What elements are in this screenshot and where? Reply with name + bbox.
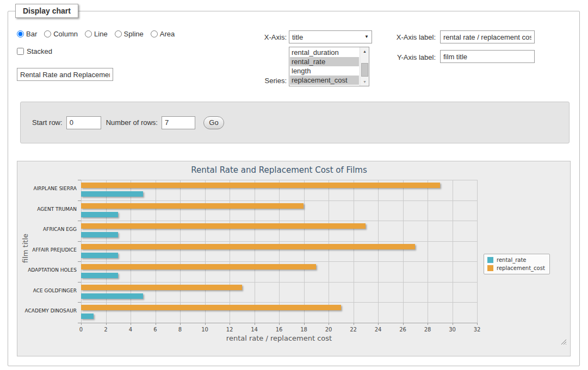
bar-replacement_cost (81, 244, 415, 249)
chart-title-input[interactable] (17, 68, 113, 81)
y-axis-tick (78, 302, 81, 303)
gridline-vertical (428, 180, 428, 323)
series-option-length[interactable]: length (290, 66, 359, 76)
radio-column-input[interactable] (44, 30, 51, 37)
series-option-replacement-cost[interactable]: replacement_cost (290, 76, 359, 85)
chart-plot-area: AIRPLANE SIERRAAGENT TRUMANAFRICAN EGGAF… (81, 180, 477, 323)
scrollbar-thumb[interactable] (361, 63, 368, 77)
gridline-vertical (477, 180, 478, 323)
series-option-rental-duration[interactable]: rental_duration (290, 48, 359, 57)
x-axis-tick-label: 32 (466, 327, 488, 333)
chart-legend-item-replacement_cost[interactable]: replacement_cost (487, 265, 545, 271)
x-axis-tick-label: 14 (244, 327, 265, 333)
radio-spline-label: Spline (124, 30, 144, 38)
radio-line[interactable]: Line (85, 30, 108, 38)
x-axis-selected-value: title (292, 33, 303, 41)
chart-container: Rental Rate and Replacement Cost of Film… (17, 161, 571, 356)
x-axis-label-caption: X-Axis label: (387, 33, 436, 41)
category-label: ACADEMY DINOSAUR (22, 308, 77, 313)
chart-legend-item-rental_rate[interactable]: rental_rate (487, 257, 545, 263)
x-axis-select-label: X-Axis: (237, 33, 287, 41)
category-label: ACE GOLDFINGER (22, 288, 77, 293)
series-option-rental-rate[interactable]: rental_rate (290, 57, 359, 66)
bar-rental_rate (81, 191, 143, 197)
x-axis-tick-label: 18 (293, 327, 315, 333)
gridline-vertical (131, 180, 131, 323)
x-axis-tick-label: 24 (367, 327, 389, 333)
x-axis-tick-label: 10 (194, 327, 216, 333)
gridline-horizontal (81, 200, 477, 201)
gridline-vertical (255, 180, 255, 323)
y-axis-label-input[interactable] (440, 50, 535, 63)
bar-rental_rate (81, 273, 118, 278)
y-axis-tick (78, 180, 81, 180)
x-axis-label-input[interactable] (440, 30, 535, 43)
scroll-up-icon[interactable]: ▲ (360, 47, 369, 55)
bar-replacement_cost (81, 223, 366, 229)
listbox-scrollbar[interactable]: ▲ ▼ (360, 47, 369, 86)
radio-spline-input[interactable] (115, 30, 122, 37)
radio-line-label: Line (94, 30, 108, 38)
radio-area-input[interactable] (151, 30, 158, 37)
chart-type-radio-group: Bar Column Line Spline Area (17, 30, 182, 38)
y-axis-tick (78, 241, 81, 242)
radio-bar-input[interactable] (17, 30, 24, 37)
start-row-label: Start row: (32, 118, 63, 127)
radio-area-label: Area (160, 30, 175, 38)
gridline-vertical (354, 180, 354, 323)
x-axis-select[interactable]: title ▼ (289, 30, 372, 43)
x-axis-tick-label: 6 (145, 327, 166, 333)
bar-replacement_cost (81, 183, 440, 188)
gridline-vertical (304, 180, 305, 323)
x-axis-tick-label: 30 (442, 327, 463, 333)
bar-rental_rate (81, 313, 94, 319)
gridline-vertical (453, 180, 453, 323)
bar-replacement_cost (81, 305, 341, 310)
go-button[interactable]: Go (203, 116, 224, 129)
x-axis-tick-label: 20 (318, 327, 339, 333)
stacked-checkbox[interactable] (17, 48, 24, 55)
gridline-horizontal (81, 180, 477, 180)
category-label: AIRPLANE SIERRA (22, 186, 77, 191)
display-chart-fieldset: Display chart Bar Column Line Spline Are… (8, 11, 580, 366)
radio-spline[interactable]: Spline (115, 30, 144, 38)
series-select-label: Series: (237, 77, 287, 85)
scroll-down-icon[interactable]: ▼ (360, 78, 369, 86)
radio-bar-label: Bar (26, 30, 37, 38)
chart-x-axis-title: rental rate / replacement cost (81, 334, 477, 342)
x-axis-line (81, 323, 478, 323)
y-axis-tick (78, 261, 81, 262)
x-axis-tick-label: 26 (392, 327, 414, 333)
gridline-vertical (279, 180, 280, 323)
x-axis-tick-label: 2 (95, 327, 117, 333)
number-of-rows-input[interactable] (162, 116, 195, 129)
y-axis-tick (78, 282, 81, 283)
legend-swatch-icon (487, 257, 493, 263)
gridline-horizontal (81, 261, 477, 262)
bar-replacement_cost (81, 285, 242, 290)
radio-line-input[interactable] (85, 30, 92, 37)
category-label: AFFAIR PREJUDICE (22, 247, 77, 253)
category-label: AGENT TRUMAN (22, 206, 77, 212)
gridline-vertical (230, 180, 230, 323)
stacked-checkbox-row[interactable]: Stacked (17, 47, 52, 55)
radio-column-label: Column (53, 30, 78, 38)
bar-replacement_cost (81, 203, 304, 209)
chart-y-axis-title: film title (21, 234, 29, 263)
x-axis-tick-label: 28 (417, 327, 438, 333)
x-axis-tick-label: 16 (268, 327, 290, 333)
radio-area[interactable]: Area (151, 30, 175, 38)
chevron-down-icon: ▼ (364, 34, 369, 39)
gridline-vertical (180, 180, 181, 323)
radio-bar[interactable]: Bar (17, 30, 37, 38)
resize-grip-icon[interactable] (560, 338, 566, 344)
series-listbox[interactable]: rental_duration rental_rate length repla… (289, 47, 369, 86)
start-row-input[interactable] (66, 116, 101, 129)
gridline-vertical (378, 180, 379, 323)
fieldset-legend: Display chart (15, 4, 78, 18)
x-axis-tick-label: 12 (219, 327, 240, 333)
chart-title: Rental Rate and Replacement Cost of Film… (81, 165, 477, 175)
x-axis-tick-label: 0 (70, 327, 92, 333)
radio-column[interactable]: Column (44, 30, 78, 38)
category-label: AFRICAN EGG (22, 227, 77, 232)
